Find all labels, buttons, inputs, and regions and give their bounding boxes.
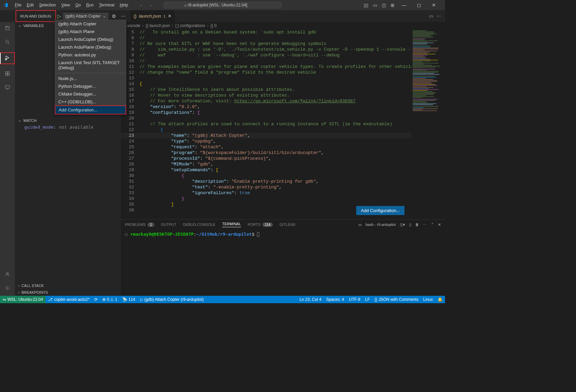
terminal-content[interactable]: ○ rmackay9@DESKTOP-2ESD87P:~/GitHub/r9-a… <box>121 230 445 239</box>
status-problems[interactable]: ⊗ 0 ⚠ 1 <box>100 297 120 302</box>
popup-debugger-item[interactable]: Python Debugger... <box>55 82 126 90</box>
menu-item-edit[interactable]: Edit <box>24 0 36 10</box>
code-line[interactable]: 10// <box>121 58 445 64</box>
editor-tab-launch-json[interactable]: {} launch.json 1 ✕ <box>130 10 175 22</box>
status-eol[interactable]: LF <box>363 297 372 302</box>
layout-customize-icon[interactable]: ⊞ <box>391 3 394 8</box>
close-tab-icon[interactable]: ✕ <box>168 14 172 19</box>
code-line[interactable]: 24 "type": "cppdbg", <box>121 138 445 144</box>
code-line[interactable]: 9// waf : use `--debug`, `./waf configur… <box>121 52 445 58</box>
popup-config-item[interactable]: Launch ArduCopter (Debug) <box>55 35 126 43</box>
status-sync[interactable]: ⟳ <box>92 297 100 302</box>
nav-forward-icon[interactable]: → <box>149 3 153 8</box>
popup-config-item[interactable]: Python: autotest.py <box>55 51 126 59</box>
breakpoints-section[interactable]: › BREAKPOINTS <box>15 289 121 296</box>
more-icon[interactable]: ⋯ <box>437 14 441 19</box>
panel-tab-problems[interactable]: PROBLEMS 1 <box>125 223 154 227</box>
start-debug-icon[interactable]: ▷ <box>57 14 61 19</box>
panel-tab-terminal[interactable]: TERMINAL <box>222 222 241 227</box>
search-icon[interactable] <box>0 38 15 46</box>
panel-tab-gitlens[interactable]: GITLENS <box>280 223 295 227</box>
new-terminal-icon[interactable]: ▯ <box>409 223 411 227</box>
code-line[interactable]: 27 "processId": "${command:pickProcess}"… <box>121 156 445 161</box>
kill-terminal-icon[interactable]: 🗑 <box>415 223 419 227</box>
minimize-button[interactable]: — <box>399 2 409 8</box>
code-line[interactable]: 31 "description": "Enable pretty-printin… <box>121 179 445 184</box>
code-line[interactable]: 23 "name": "(gdb) Attach Copter", <box>121 133 445 138</box>
breadcrumb-segment[interactable]: .vscode <box>126 23 140 28</box>
split-terminal-icon[interactable]: ◫▾ <box>400 223 405 227</box>
popup-config-item[interactable]: (gdb) Attach Plane <box>55 28 126 35</box>
menu-item-go[interactable]: Go <box>73 0 83 10</box>
code-line[interactable]: 30 { <box>121 173 445 179</box>
code-line[interactable]: 13 <box>121 75 445 81</box>
status-remote[interactable]: ⇋ WSL: Ubuntu-22.04 <box>0 296 46 303</box>
account-icon[interactable] <box>0 271 15 279</box>
popup-debugger-item[interactable]: C++ (GDB/LLDB)... <box>55 98 126 106</box>
code-line[interactable]: 6// <box>121 35 445 41</box>
breadcrumb-segment[interactable]: {} 0 <box>210 23 216 28</box>
status-debug-config[interactable]: ▷ (gdb) Attach Copter (r9-ardupilot) <box>138 297 206 302</box>
code-line[interactable]: 8// sim_vehicle.py : use '-D', `./Tools/… <box>121 47 445 52</box>
popup-config-item[interactable]: Launch ArduPlane (Debug) <box>55 43 126 51</box>
panel-tab-ports[interactable]: PORTS 114 <box>248 223 273 227</box>
add-configuration-button[interactable]: Add Configuration... <box>356 206 404 215</box>
gear-icon[interactable]: ⚙ <box>110 14 117 19</box>
code-line[interactable]: 19 "configurations": [ <box>121 110 445 115</box>
menu-item-run[interactable]: Run <box>83 0 96 10</box>
extensions-icon[interactable] <box>0 70 15 78</box>
callstack-section[interactable]: › CALL STACK <box>15 282 121 289</box>
debug-config-dropdown[interactable]: (gdb) Attach Copter ⌄ <box>63 13 108 20</box>
status-notifications-icon[interactable]: 🔔 <box>435 297 445 302</box>
more-terminal-icon[interactable]: ⋯ <box>423 223 427 227</box>
run-file-icon[interactable]: ▭ <box>429 14 433 19</box>
layout-secondary-icon[interactable]: ◫ <box>382 3 386 8</box>
code-line[interactable]: 15 // Use IntelliSense to learn about po… <box>121 87 445 93</box>
popup-config-item[interactable]: Launch Unit Test SITL TARGET (Debug) <box>55 59 126 72</box>
nav-back-icon[interactable]: ← <box>139 3 143 8</box>
close-panel-icon[interactable]: ✕ <box>438 223 441 227</box>
code-line[interactable]: 11// The examples below are given for pl… <box>121 64 445 70</box>
popup-debugger-item[interactable]: Node.js... <box>55 75 126 82</box>
code-line[interactable]: 20 <box>121 115 445 121</box>
status-spaces[interactable]: Spaces: 4 <box>324 297 346 302</box>
run-debug-icon[interactable] <box>0 52 15 64</box>
explorer-icon[interactable] <box>0 25 15 32</box>
menu-item-selection[interactable]: Selection <box>36 0 58 10</box>
code-line[interactable]: 18 "version": "0.2.0", <box>121 104 445 110</box>
menu-item-help[interactable]: Help <box>117 0 131 10</box>
code-line[interactable]: 14{ <box>121 81 445 87</box>
command-center[interactable]: ⌕ r9-ardupilot [WSL: Ubuntu-22.04] <box>163 2 282 8</box>
code-line[interactable]: 16 // Hover to view descriptions of exis… <box>121 93 445 98</box>
editor[interactable]: 5// To install gdb on a Debian based sys… <box>121 29 445 219</box>
breadcrumb[interactable]: .vscode›{} launch.json›[ ] configuration… <box>121 22 445 29</box>
status-ports[interactable]: 📡 114 <box>120 297 138 302</box>
menu-item-file[interactable]: File <box>12 0 24 10</box>
layout-panel-icon[interactable]: ▭ <box>373 3 377 8</box>
remote-explorer-icon[interactable] <box>0 84 15 92</box>
code-line[interactable]: 29 "setupCommands": [ <box>121 167 445 173</box>
code-line[interactable]: 34 } <box>121 196 445 202</box>
popup-config-item[interactable]: (gdb) Attach Copter <box>55 20 126 28</box>
code-line[interactable]: 28 "MIMode": "gdb", <box>121 161 445 167</box>
menu-item-terminal[interactable]: Terminal <box>96 0 117 10</box>
terminal-dropdown-label[interactable]: bash - r9-ardupilot <box>366 223 396 227</box>
menu-item-view[interactable]: View <box>58 0 73 10</box>
more-actions-icon[interactable]: ⋯ <box>120 14 127 19</box>
watch-expr-name[interactable]: guided_mode <box>24 125 53 130</box>
code-line[interactable]: 21 // The attach profiles are used to co… <box>121 121 445 127</box>
status-os[interactable]: Linux <box>421 297 435 302</box>
popup-debugger-item[interactable]: CMake Debugger... <box>55 90 126 98</box>
status-language[interactable]: {} JSON with Comments <box>372 297 421 302</box>
status-branch[interactable]: ⎇ copter-avoid-auto2* <box>46 297 92 302</box>
code-line[interactable]: 17 // For more information, visit: https… <box>121 98 445 104</box>
maximize-panel-icon[interactable]: ⌃ <box>431 223 434 227</box>
code-line[interactable]: 22 { <box>121 127 445 133</box>
layout-primary-icon[interactable]: ▯▯ <box>364 3 368 8</box>
breadcrumb-segment[interactable]: {} launch.json <box>146 23 170 28</box>
breadcrumb-segment[interactable]: [ ] configurations <box>175 23 205 28</box>
code-line[interactable]: 7// Be sure that SITL or WAF have been s… <box>121 41 445 47</box>
status-encoding[interactable]: UTF-8 <box>346 297 363 302</box>
status-cursor-pos[interactable]: Ln 23, Col 4 <box>297 297 324 302</box>
panel-tab-debug-console[interactable]: DEBUG CONSOLE <box>183 223 215 227</box>
